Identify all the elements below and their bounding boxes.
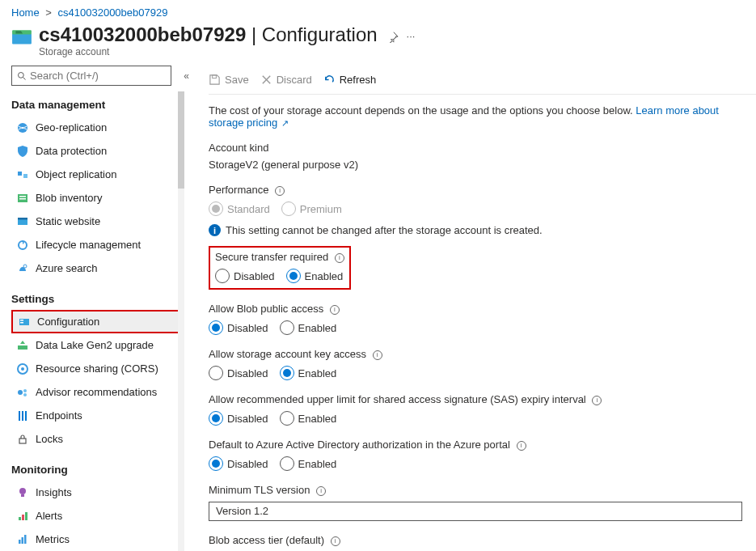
info-icon[interactable]: i	[316, 486, 326, 496]
info-icon[interactable]: i	[517, 441, 526, 451]
sidebar-item-geo-replication[interactable]: Geo-replication	[11, 116, 183, 139]
info-icon[interactable]: i	[373, 350, 382, 360]
radio-label: Enabled	[298, 458, 337, 470]
discard-button[interactable]: Discard	[260, 74, 312, 86]
breadcrumb: Home > cs410032000beb07929	[0, 0, 756, 20]
sidebar: « Data management Geo-replication Data p…	[0, 66, 186, 551]
sidebar-item-object-replication[interactable]: Object replication	[11, 163, 183, 186]
breadcrumb-home[interactable]: Home	[11, 6, 40, 19]
sidebar-item-label: Data protection	[36, 145, 107, 157]
svg-rect-29	[19, 517, 21, 520]
azure-search-icon	[16, 262, 29, 275]
sas-expiry-enabled-radio[interactable]: Enabled	[280, 411, 337, 426]
radio-label: Disabled	[227, 413, 268, 425]
main-panel: Save Discard Refresh The cost of your st…	[186, 66, 756, 551]
secure-transfer-disabled-radio[interactable]: Disabled	[215, 269, 275, 283]
alerts-icon	[16, 510, 29, 523]
sas-expiry-disabled-radio[interactable]: Disabled	[209, 411, 268, 426]
aad-auth-radios: Disabled Enabled	[209, 456, 756, 471]
sidebar-item-alerts[interactable]: Alerts	[11, 504, 183, 528]
sidebar-item-data-lake-gen2[interactable]: Data Lake Gen2 upgrade	[11, 333, 183, 357]
sidebar-item-data-protection[interactable]: Data protection	[11, 139, 183, 163]
info-icon[interactable]: i	[275, 186, 285, 196]
svg-point-27	[19, 488, 26, 494]
sidebar-item-configuration[interactable]: Configuration	[11, 310, 183, 333]
refresh-button[interactable]: Refresh	[323, 74, 377, 86]
svg-rect-28	[21, 494, 24, 497]
key-access-enabled-radio[interactable]: Enabled	[280, 366, 337, 380]
sidebar-item-label: Lifecycle management	[36, 239, 141, 251]
globe-icon	[16, 121, 29, 134]
svg-rect-15	[20, 320, 23, 321]
advisor-icon	[16, 386, 29, 399]
svg-rect-31	[25, 512, 27, 520]
radio-label: Disabled	[227, 458, 268, 470]
sidebar-item-locks[interactable]: Locks	[11, 427, 183, 451]
sidebar-item-label: Alerts	[36, 510, 62, 522]
metrics-icon	[16, 533, 29, 546]
sidebar-item-metrics[interactable]: Metrics	[11, 528, 183, 551]
radio-label: Enabled	[305, 270, 344, 282]
content-scrollbar[interactable]	[178, 91, 184, 551]
key-access-radios: Disabled Enabled	[209, 366, 756, 380]
secure-transfer-enabled-radio[interactable]: Enabled	[286, 269, 344, 283]
aad-auth-label: Default to Azure Active Directory author…	[209, 439, 756, 451]
svg-rect-5	[18, 172, 22, 176]
inventory-icon	[16, 192, 29, 205]
toolbar-label: Discard	[277, 74, 312, 86]
blob-public-access-label: Allow Blob public access i	[209, 303, 756, 316]
sidebar-search[interactable]	[11, 66, 171, 86]
pin-icon[interactable]	[387, 32, 399, 45]
page-title: cs410032000beb07929 | Configuration	[39, 23, 378, 46]
info-icon[interactable]: i	[331, 536, 340, 546]
sidebar-item-insights[interactable]: Insights	[11, 481, 183, 504]
save-button[interactable]: Save	[209, 74, 249, 86]
secure-transfer-radios: Disabled Enabled	[215, 269, 344, 283]
sidebar-item-label: Static website	[36, 215, 100, 227]
radio-label: Disabled	[227, 322, 268, 334]
sidebar-item-azure-search[interactable]: Azure search	[11, 256, 183, 280]
svg-point-20	[18, 390, 23, 395]
performance-radios: Standard Premium	[209, 201, 756, 216]
blob-public-disabled-radio[interactable]: Disabled	[209, 320, 268, 335]
sidebar-item-blob-inventory[interactable]: Blob inventory	[11, 186, 183, 210]
aad-auth-enabled-radio[interactable]: Enabled	[280, 456, 337, 471]
sidebar-item-static-website[interactable]: Static website	[11, 210, 183, 233]
info-icon[interactable]: i	[335, 253, 344, 263]
key-access-disabled-radio[interactable]: Disabled	[209, 366, 268, 380]
breadcrumb-resource[interactable]: cs410032000beb07929	[58, 6, 168, 19]
secure-transfer-highlight: Secure transfer required i Disabled Enab…	[209, 246, 351, 290]
shield-icon	[16, 145, 29, 158]
search-input[interactable]	[30, 70, 166, 82]
sidebar-item-lifecycle-management[interactable]: Lifecycle management	[11, 233, 183, 256]
svg-rect-32	[19, 540, 21, 544]
sidebar-item-label: Advisor recommendations	[36, 386, 157, 398]
tls-version-select[interactable]: Version 1.2	[209, 502, 742, 521]
blob-public-enabled-radio[interactable]: Enabled	[280, 320, 337, 335]
blob-public-access-radios: Disabled Enabled	[209, 320, 756, 335]
sidebar-group-data-management: Data management	[11, 99, 183, 111]
discard-icon	[260, 74, 272, 86]
external-link-icon: ↗	[279, 118, 289, 128]
sidebar-item-label: Data Lake Gen2 upgrade	[36, 339, 154, 351]
more-icon[interactable]: ···	[407, 30, 416, 42]
performance-premium-radio: Premium	[281, 201, 342, 216]
sidebar-item-endpoints[interactable]: Endpoints	[11, 404, 183, 427]
sidebar-item-label: Azure search	[36, 262, 98, 274]
aad-auth-disabled-radio[interactable]: Disabled	[209, 456, 268, 471]
lifecycle-icon	[16, 239, 29, 252]
toolbar: Save Discard Refresh	[209, 66, 756, 95]
svg-point-2	[19, 72, 24, 78]
sidebar-item-label: Resource sharing (CORS)	[36, 362, 158, 375]
performance-note: iThis setting cannot be changed after th…	[209, 224, 756, 236]
svg-rect-6	[23, 174, 27, 178]
sidebar-item-cors[interactable]: Resource sharing (CORS)	[11, 357, 183, 380]
website-icon	[16, 215, 29, 228]
replication-icon	[16, 168, 29, 181]
info-icon[interactable]: i	[592, 396, 602, 405]
info-icon[interactable]: i	[330, 305, 340, 315]
svg-rect-8	[19, 196, 26, 197]
sidebar-item-advisor[interactable]: Advisor recommendations	[11, 380, 183, 404]
radio-label: Premium	[300, 203, 342, 215]
svg-rect-11	[18, 218, 27, 220]
